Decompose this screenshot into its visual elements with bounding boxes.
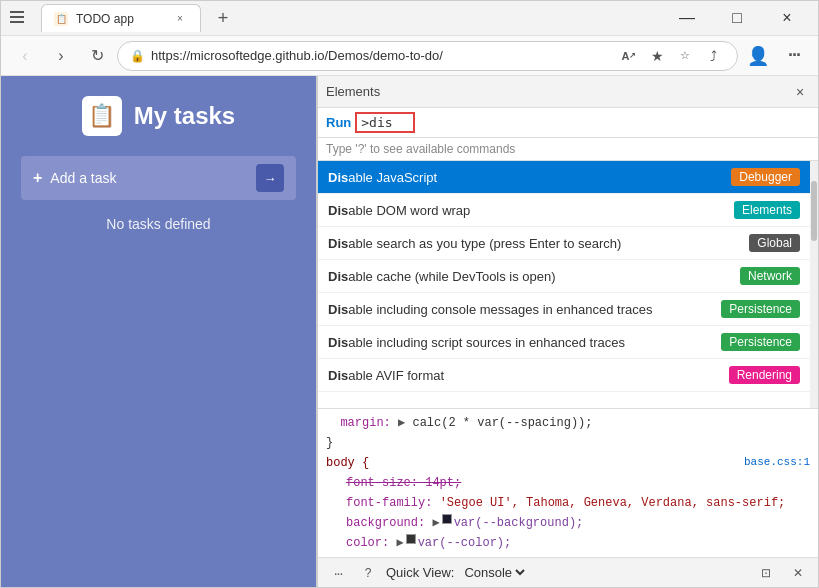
svg-rect-1 — [10, 16, 24, 18]
command-badge: Elements — [734, 201, 800, 219]
quick-view-select[interactable]: Console Sources Network — [460, 564, 528, 581]
window-controls: — □ × — [664, 1, 810, 36]
command-badge: Persistence — [721, 333, 800, 351]
no-tasks-label: No tasks defined — [106, 216, 210, 232]
command-match-prefix: Dis — [328, 203, 348, 218]
quick-view-dock-button[interactable]: ⊡ — [754, 561, 778, 585]
code-area: margin: ▶ calc(2 * var(--spacing)); } bo… — [318, 408, 818, 557]
command-input-area: Run — [318, 108, 818, 138]
close-button[interactable]: × — [764, 1, 810, 36]
devtools-header: Elements × — [318, 76, 818, 108]
quick-view-bar: ··· ? Quick View: Console Sources Networ… — [318, 557, 818, 587]
lock-icon: 🔒 — [130, 49, 145, 63]
command-item-text: Disable AVIF format — [328, 368, 729, 383]
command-list-item[interactable]: Disable JavaScript Debugger — [318, 161, 810, 194]
app-icon: 📋 — [82, 96, 122, 136]
code-background-prop: background: — [346, 514, 432, 532]
code-background-arrow: ▶ — [432, 514, 439, 532]
tab-favicon: 📋 — [54, 12, 68, 26]
scroll-thumb — [811, 181, 817, 241]
code-font-family-value: 'Segoe UI', Tahoma, Geneva, Verdana, san… — [440, 494, 786, 512]
profile-button[interactable]: 👤 — [742, 40, 774, 72]
command-item-text: Disable DOM word wrap — [328, 203, 734, 218]
command-badge: Debugger — [731, 168, 800, 186]
code-color-prop: color: — [346, 534, 396, 552]
command-match-prefix: Dis — [328, 236, 348, 251]
run-label: Run — [326, 115, 351, 130]
code-line-5: font-family: 'Segoe UI', Tahoma, Geneva,… — [346, 493, 810, 513]
command-list-item[interactable]: Disable cache (while DevTools is open) N… — [318, 260, 810, 293]
command-badge: Persistence — [721, 300, 800, 318]
devtools-help-button[interactable]: ? — [356, 561, 380, 585]
code-closing-brace: } — [326, 434, 333, 452]
command-item-text: Disable search as you type (press Enter … — [328, 236, 749, 251]
main-area: 📋 My tasks + Add a task → No tasks defin… — [1, 76, 818, 587]
minimize-button[interactable]: — — [664, 1, 710, 36]
code-font-family-prop: font-family: — [346, 494, 440, 512]
code-font-size-prop: font-size: 14pt; — [346, 474, 461, 492]
svg-rect-2 — [10, 21, 24, 23]
color-swatch[interactable] — [406, 534, 416, 544]
app-title: My tasks — [134, 102, 235, 130]
address-icons: A↗ ★ ☆ ⤴ — [617, 44, 725, 68]
address-bar[interactable]: 🔒 https://microsoftedge.github.io/Demos/… — [117, 41, 738, 71]
command-match-prefix: Dis — [328, 368, 348, 383]
quick-view-label: Quick View: — [386, 565, 454, 580]
command-item-text: Disable including console messages in en… — [328, 302, 721, 317]
code-background-value: var(--background); — [454, 514, 584, 532]
code-source-link[interactable]: base.css:1 — [744, 454, 810, 471]
add-task-arrow-icon: → — [256, 164, 284, 192]
refresh-button[interactable]: ↻ — [81, 40, 113, 72]
svg-rect-0 — [10, 11, 24, 13]
forward-button[interactable]: › — [45, 40, 77, 72]
command-input[interactable] — [355, 112, 415, 133]
code-line-1: margin: ▶ calc(2 * var(--spacing)); — [326, 413, 810, 433]
more-button[interactable]: ··· — [778, 40, 810, 72]
app-content: 📋 My tasks + Add a task → No tasks defin… — [1, 76, 316, 587]
command-list-item[interactable]: Disable DOM word wrap Elements — [318, 194, 810, 227]
add-task-plus-icon: + — [33, 169, 42, 187]
command-item-text: Disable cache (while DevTools is open) — [328, 269, 740, 284]
collections-button[interactable]: ☆ — [673, 44, 697, 68]
command-list-item[interactable]: Disable search as you type (press Enter … — [318, 227, 810, 260]
code-body-selector: body { — [326, 454, 369, 472]
code-margin-arrow: ▶ — [398, 414, 405, 432]
quick-view-settings-button[interactable]: ✕ — [786, 561, 810, 585]
code-line-6: background: ▶ var(--background); — [346, 513, 810, 533]
share-button[interactable]: ⤴ — [701, 44, 725, 68]
tab-close-button[interactable]: × — [172, 11, 188, 27]
command-list: Disable JavaScript Debugger Disable DOM … — [318, 161, 810, 408]
code-line-7: color: ▶ var(--color); — [346, 533, 810, 553]
code-color-arrow: ▶ — [396, 534, 403, 552]
maximize-button[interactable]: □ — [714, 1, 760, 36]
code-margin-prop: margin: — [326, 414, 398, 432]
command-badge: Network — [740, 267, 800, 285]
command-list-item[interactable]: Disable including console messages in en… — [318, 293, 810, 326]
add-task-label: Add a task — [50, 170, 248, 186]
favorites-button[interactable]: ★ — [645, 44, 669, 68]
title-bar: 📋 TODO app × + — □ × — [1, 1, 818, 36]
add-task-bar[interactable]: + Add a task → — [21, 156, 296, 200]
address-text: https://microsoftedge.github.io/Demos/de… — [151, 48, 611, 63]
quick-view-actions: ⊡ ✕ — [754, 561, 810, 585]
browser-window: 📋 TODO app × + — □ × ‹ › ↻ 🔒 https://mic… — [0, 0, 819, 588]
background-color-swatch[interactable] — [442, 514, 452, 524]
code-line-2: } — [326, 433, 810, 453]
browser-menu-icon — [9, 9, 33, 28]
code-line-3: body { base.css:1 — [326, 453, 810, 473]
devtools-close-button[interactable]: × — [790, 82, 810, 102]
read-aloud-button[interactable]: A↗ — [617, 44, 641, 68]
devtools-scrollbar[interactable] — [810, 161, 818, 408]
tab-title: TODO app — [76, 12, 164, 26]
devtools-title: Elements — [326, 84, 790, 99]
code-line-4: font-size: 14pt; — [346, 473, 810, 493]
app-header: 📋 My tasks — [82, 96, 235, 136]
command-list-item[interactable]: Disable AVIF format Rendering — [318, 359, 810, 392]
new-tab-button[interactable]: + — [209, 4, 237, 32]
command-hint: Type '?' to see available commands — [318, 138, 818, 161]
devtools-more-button[interactable]: ··· — [326, 561, 350, 585]
back-button[interactable]: ‹ — [9, 40, 41, 72]
command-badge: Rendering — [729, 366, 800, 384]
command-list-item[interactable]: Disable including script sources in enha… — [318, 326, 810, 359]
browser-tab[interactable]: 📋 TODO app × — [41, 4, 201, 32]
